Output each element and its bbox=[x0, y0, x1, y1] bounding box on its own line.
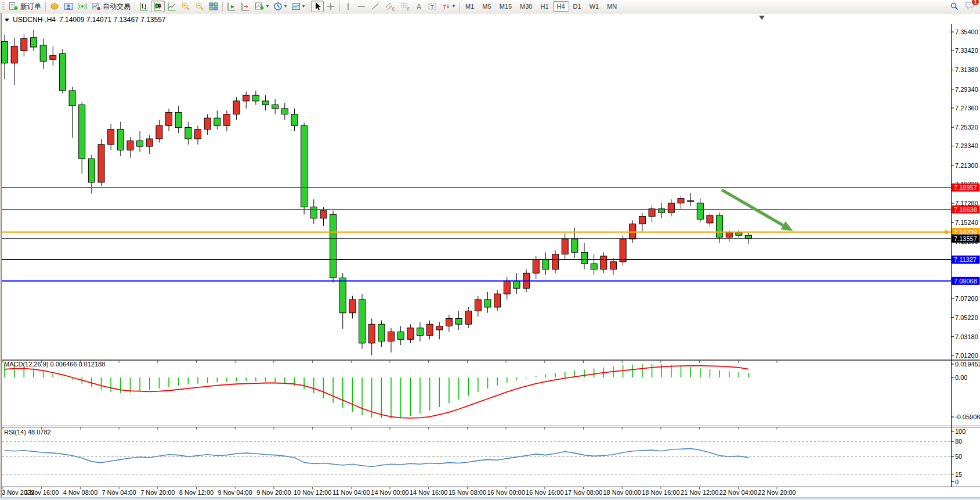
time-axis-label: 15 Nov 08:00 bbox=[449, 489, 486, 496]
signal-button[interactable] bbox=[75, 1, 89, 12]
trendline-tool[interactable] bbox=[368, 1, 382, 12]
tf-d1-button[interactable]: D1 bbox=[569, 1, 585, 12]
periodicity-button[interactable]: ▾ bbox=[271, 1, 289, 12]
search-button[interactable] bbox=[948, 1, 961, 12]
tf-h4-button[interactable]: H4 bbox=[553, 1, 569, 12]
price-level-tag-label: 7.16638 bbox=[954, 206, 977, 213]
chart-shift-button[interactable] bbox=[238, 1, 252, 12]
candle-body bbox=[707, 215, 713, 223]
candle-body bbox=[407, 328, 414, 340]
text-icon: A bbox=[415, 2, 423, 11]
market-watch-icon bbox=[50, 2, 59, 11]
candle-body bbox=[552, 254, 559, 269]
candle-body bbox=[736, 232, 742, 235]
candle-body bbox=[359, 300, 366, 343]
tile-windows-button[interactable] bbox=[207, 1, 220, 12]
candle-body bbox=[40, 45, 46, 62]
channel-tool[interactable]: E bbox=[382, 1, 397, 12]
candles-chart-button[interactable] bbox=[151, 1, 165, 12]
candle-body bbox=[397, 332, 404, 339]
new-order-label: 新订单 bbox=[20, 2, 41, 12]
tf-m15-button[interactable]: M15 bbox=[496, 1, 516, 12]
zoom-in-icon bbox=[181, 2, 190, 11]
rsi-axis-label: 0 bbox=[955, 479, 959, 485]
candle-body bbox=[137, 141, 143, 146]
candle-body bbox=[455, 318, 462, 324]
rsi-axis-label: 100 bbox=[955, 428, 965, 435]
candle-body bbox=[11, 46, 17, 63]
arrows-icon bbox=[442, 2, 451, 11]
time-axis-label: 22 Nov 20:00 bbox=[758, 489, 795, 496]
price-tick-label: 7.35400 bbox=[955, 28, 978, 35]
auto-trading-icon bbox=[92, 2, 101, 11]
toolbar-separator bbox=[309, 2, 309, 12]
zoom-in-button[interactable] bbox=[179, 1, 193, 12]
candle-body bbox=[166, 112, 172, 125]
candle-body bbox=[21, 38, 27, 51]
candle-body bbox=[581, 252, 588, 264]
price-tick-label: 7.05220 bbox=[955, 314, 978, 321]
new-chart-button[interactable]: ▾ bbox=[252, 1, 271, 12]
new-order-button[interactable]: 新订单 bbox=[6, 1, 44, 12]
candle-body bbox=[233, 101, 240, 114]
templates-button[interactable]: ▾ bbox=[289, 1, 307, 12]
time-axis-label: 16 Nov 16:00 bbox=[526, 489, 563, 496]
tf-h1-button[interactable]: H1 bbox=[536, 1, 552, 12]
fibonacci-tool[interactable]: F bbox=[397, 1, 413, 12]
candle-body bbox=[79, 105, 85, 159]
autoscroll-icon bbox=[227, 2, 236, 11]
tf-m5-button[interactable]: M5 bbox=[478, 1, 495, 12]
text-tool[interactable]: A bbox=[413, 1, 425, 12]
arrows-tool[interactable]: ▾ bbox=[439, 1, 457, 12]
line-drag-marker[interactable] bbox=[945, 231, 948, 234]
notification-badge: 1 bbox=[972, 0, 979, 5]
rsi-axis-label: 15 bbox=[955, 471, 962, 478]
candle-body bbox=[262, 101, 269, 105]
fibo-letter: F bbox=[407, 7, 410, 11]
main-toolbar: 新订单 自动交易 bbox=[0, 0, 980, 13]
time-axis-label: 9 Nov 20:00 bbox=[256, 489, 291, 496]
tf-m30-button[interactable]: M30 bbox=[516, 1, 536, 12]
crosshair-button[interactable] bbox=[324, 1, 338, 12]
notifications-button[interactable]: 1 bbox=[965, 1, 975, 12]
zoom-out-button[interactable] bbox=[193, 1, 207, 12]
candle-body bbox=[533, 260, 539, 274]
tf-w1-button[interactable]: W1 bbox=[585, 1, 603, 12]
candle-body bbox=[697, 203, 703, 220]
autoscroll-button[interactable] bbox=[225, 1, 238, 12]
candle-body bbox=[127, 141, 133, 150]
bars-chart-button[interactable] bbox=[137, 1, 151, 12]
candle-body bbox=[504, 280, 510, 294]
symbol-dropdown-icon[interactable] bbox=[5, 19, 9, 21]
horizontal-line-tool[interactable] bbox=[355, 1, 368, 12]
macd-axis-label: 0.019452 bbox=[955, 361, 980, 368]
market-watch-button[interactable] bbox=[48, 1, 62, 12]
channel-icon: E bbox=[385, 2, 395, 11]
candle-body bbox=[88, 159, 95, 182]
candle-body bbox=[195, 130, 201, 139]
price-tick-label: 7.31380 bbox=[955, 66, 978, 73]
cursor-button[interactable] bbox=[311, 1, 324, 12]
tf-mn-button[interactable]: MN bbox=[603, 1, 621, 12]
chart-shift-icon bbox=[241, 2, 250, 11]
time-axis-label: 17 Nov 08:00 bbox=[565, 489, 602, 496]
template-icon bbox=[291, 2, 301, 11]
candle-body bbox=[543, 260, 549, 269]
time-axis-label: 10 Nov 12:00 bbox=[294, 489, 331, 496]
tf-m1-button[interactable]: M1 bbox=[461, 1, 478, 12]
chart-shift-marker[interactable] bbox=[759, 16, 765, 20]
candle-body bbox=[291, 114, 298, 126]
candle-body bbox=[562, 239, 568, 254]
auto-trading-button[interactable]: 自动交易 bbox=[89, 1, 133, 12]
vertical-line-tool[interactable] bbox=[342, 1, 355, 12]
signal-icon bbox=[78, 2, 87, 11]
candle-body bbox=[368, 324, 375, 343]
time-axis-label: 14 Nov 00:00 bbox=[371, 489, 408, 496]
candle-body bbox=[146, 139, 153, 146]
price-tick-label: 7.25320 bbox=[955, 124, 978, 131]
data-window-button[interactable] bbox=[62, 1, 75, 12]
chart-canvas[interactable]: 7.354007.334207.313807.293407.273607.253… bbox=[0, 0, 980, 500]
candle-body bbox=[349, 300, 356, 313]
line-chart-button[interactable] bbox=[165, 1, 179, 12]
label-tool[interactable]: T bbox=[425, 1, 439, 12]
